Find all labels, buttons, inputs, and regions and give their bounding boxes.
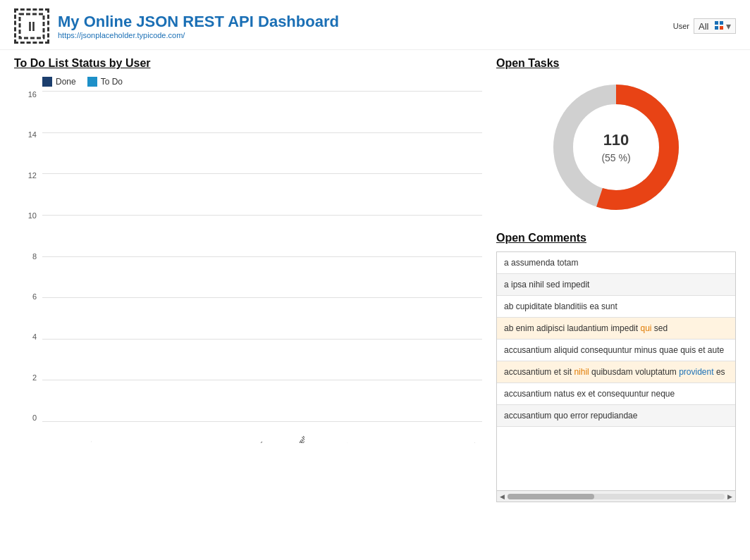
x-axis-label: Mrs. Dennis Schulist <box>398 435 433 443</box>
x-label-wrap: Leanne Graham <box>135 422 177 443</box>
header: II My Online JSON REST API Dashboard htt… <box>0 0 750 50</box>
x-label-wrap: Ervin Howell <box>262 422 305 443</box>
legend-item: Done <box>42 77 76 87</box>
user-dropdown-value: All <box>699 21 715 32</box>
legend-label: Done <box>56 77 76 87</box>
x-axis-label: Kurtis Weissnat <box>230 435 262 443</box>
x-label-wrap: Patricia Lebsack <box>433 422 475 443</box>
legend-label: To Do <box>101 77 123 87</box>
legend-item: To Do <box>87 77 123 87</box>
scrollbar-track[interactable] <box>508 494 725 499</box>
svg-rect-2 <box>715 21 718 25</box>
x-axis-label: Glenna Reichert <box>316 435 348 443</box>
dropdown-icons: ▾ <box>715 20 731 32</box>
svg-text:II: II <box>28 20 35 34</box>
header-title-area: My Online JSON REST API Dashboard https:… <box>58 13 339 39</box>
x-axis-label: Nicholas Runolfsdottir V <box>183 435 219 443</box>
x-label-wrap: Glenna Reichert <box>305 422 347 443</box>
y-tick: 0 <box>14 414 41 422</box>
x-axis-label: Clementina DuBuque <box>99 435 135 443</box>
x-label-wrap: Clementine Bauch <box>348 422 390 443</box>
app-title: My Online JSON REST API Dashboard <box>58 13 339 31</box>
donut-text: 110 (55 %) <box>601 130 630 165</box>
y-tick: 16 <box>14 91 41 99</box>
x-label-wrap: Clementina DuBuque <box>92 422 134 443</box>
chevron-down-icon[interactable]: ▾ <box>726 20 731 32</box>
chart-legend: DoneTo Do <box>42 77 482 87</box>
y-tick: 12 <box>14 172 41 180</box>
x-axis-label: Clementine Bauch <box>357 435 390 443</box>
user-label: User <box>673 22 689 30</box>
legend-color-box <box>87 77 97 87</box>
todo-section-title: To Do List Status by User <box>14 57 482 70</box>
scrollbar-thumb[interactable] <box>508 494 594 499</box>
x-axis-label: Ervin Howell <box>276 435 305 443</box>
x-axis-label: Patricia Lebsack <box>443 435 475 443</box>
donut-percent: (55 %) <box>601 151 630 166</box>
x-axis-label: Leanne Graham <box>145 435 177 443</box>
x-label-wrap: Chelsey Dietrich <box>49 422 92 443</box>
comment-item[interactable]: a ipsa nihil sed impedit <box>497 274 735 296</box>
comment-item[interactable]: accusantium et sit nihil quibusdam volup… <box>497 361 735 383</box>
comment-item[interactable]: a assumenda totam <box>497 252 735 274</box>
y-tick: 2 <box>14 374 41 382</box>
comment-item[interactable]: ab enim adipisci laudantium impedit qui … <box>497 318 735 340</box>
comments-list[interactable]: a assumenda totama ipsa nihil sed impedi… <box>496 251 736 491</box>
scroll-left-arrow[interactable]: ◀ <box>500 493 505 500</box>
left-panel: To Do List Status by User DoneTo Do Chel… <box>14 57 482 502</box>
open-comments-title: Open Comments <box>496 232 736 244</box>
y-tick: 8 <box>14 253 41 261</box>
x-label-wrap: Kurtis Weissnat <box>220 422 262 443</box>
grid-icon <box>715 21 725 31</box>
x-axis-label: Chelsey Dietrich <box>60 435 92 443</box>
comment-item[interactable]: accusantium aliquid consequuntur minus q… <box>497 340 735 361</box>
svg-rect-5 <box>720 26 723 30</box>
open-tasks-title: Open Tasks <box>496 57 736 70</box>
main-content: To Do List Status by User DoneTo Do Chel… <box>0 50 750 509</box>
svg-rect-4 <box>715 26 718 30</box>
header-right: User All ▾ <box>673 18 736 34</box>
user-dropdown[interactable]: All ▾ <box>694 18 736 34</box>
y-tick: 10 <box>14 212 41 220</box>
svg-rect-3 <box>720 21 723 25</box>
bar-chart: Chelsey DietrichClementina DuBuqueLeanne… <box>42 91 482 443</box>
y-axis: 0246810121416 <box>14 91 41 422</box>
comment-item[interactable]: accusantium quo error repudiandae <box>497 405 735 427</box>
y-tick: 4 <box>14 333 41 341</box>
app-subtitle: https://jsonplaceholder.typicode.com/ <box>58 31 339 39</box>
donut-value: 110 <box>601 130 630 151</box>
comment-item[interactable]: ab cupiditate blanditiis ea sunt <box>497 296 735 318</box>
scroll-right-arrow[interactable]: ▶ <box>727 493 732 500</box>
y-tick: 14 <box>14 131 41 139</box>
legend-color-box <box>42 77 52 87</box>
logo: II <box>14 8 49 44</box>
header-left: II My Online JSON REST API Dashboard htt… <box>14 8 339 44</box>
donut-chart-container: 110 (55 %) <box>496 77 736 218</box>
right-panel: Open Tasks 110 (55 %) Open Comments a as… <box>496 57 736 502</box>
x-label-wrap: Mrs. Dennis Schulist <box>390 422 432 443</box>
x-label-wrap: Nicholas Runolfsdottir V <box>177 422 219 443</box>
comment-item[interactable]: accusantium natus ex et consequuntur neq… <box>497 383 735 405</box>
y-tick: 6 <box>14 293 41 301</box>
horizontal-scrollbar[interactable]: ◀ ▶ <box>496 491 736 502</box>
